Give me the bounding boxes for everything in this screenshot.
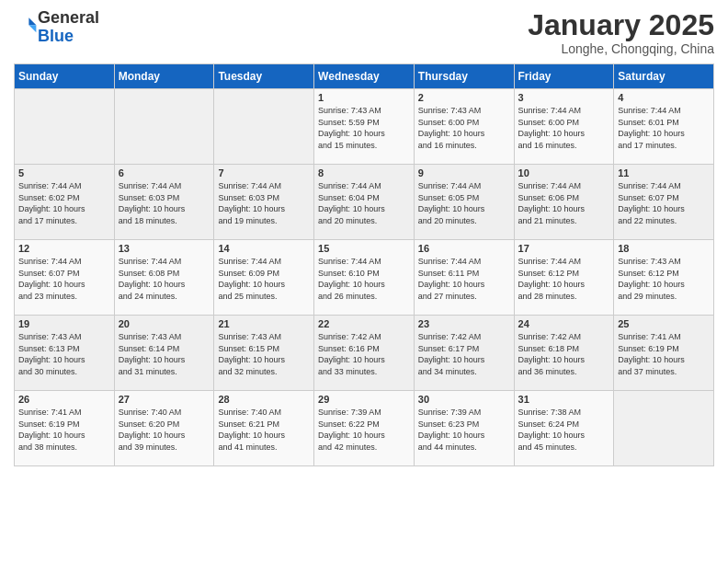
day-number: 19 <box>18 318 110 329</box>
calendar-header: Sunday Monday Tuesday Wednesday Thursday… <box>15 64 714 89</box>
day-info: Sunrise: 7:44 AM Sunset: 6:04 PM Dayligh… <box>318 180 410 226</box>
day-number: 22 <box>318 318 410 329</box>
day-info: Sunrise: 7:39 AM Sunset: 6:22 PM Dayligh… <box>318 407 410 453</box>
day-number: 3 <box>518 92 610 103</box>
day-info: Sunrise: 7:41 AM Sunset: 6:19 PM Dayligh… <box>618 331 710 377</box>
day-info: Sunrise: 7:42 AM Sunset: 6:16 PM Dayligh… <box>318 331 410 377</box>
day-info: Sunrise: 7:44 AM Sunset: 6:12 PM Dayligh… <box>518 256 610 302</box>
day-info: Sunrise: 7:43 AM Sunset: 6:12 PM Dayligh… <box>618 256 710 302</box>
day-number: 24 <box>518 318 610 329</box>
day-info: Sunrise: 7:44 AM Sunset: 6:05 PM Dayligh… <box>418 180 510 226</box>
logo-general: General <box>38 8 99 27</box>
logo-text: General Blue <box>38 9 99 46</box>
week-row-1: 5Sunrise: 7:44 AM Sunset: 6:02 PM Daylig… <box>15 165 714 240</box>
cell-week4-day0: 26Sunrise: 7:41 AM Sunset: 6:19 PM Dayli… <box>15 391 115 466</box>
day-number: 20 <box>119 318 210 329</box>
day-info: Sunrise: 7:40 AM Sunset: 6:20 PM Dayligh… <box>119 407 210 453</box>
day-info: Sunrise: 7:43 AM Sunset: 6:15 PM Dayligh… <box>218 331 310 377</box>
day-info: Sunrise: 7:39 AM Sunset: 6:23 PM Dayligh… <box>418 407 510 453</box>
cell-week0-day6: 4Sunrise: 7:44 AM Sunset: 6:01 PM Daylig… <box>614 89 714 165</box>
calendar-body: 1Sunrise: 7:43 AM Sunset: 5:59 PM Daylig… <box>15 89 714 466</box>
cell-week3-day6: 25Sunrise: 7:41 AM Sunset: 6:19 PM Dayli… <box>614 316 714 391</box>
cell-week1-day2: 7Sunrise: 7:44 AM Sunset: 6:03 PM Daylig… <box>214 165 314 240</box>
cell-week3-day3: 22Sunrise: 7:42 AM Sunset: 6:16 PM Dayli… <box>314 316 415 391</box>
logo: General Blue <box>14 9 99 46</box>
cell-week4-day5: 31Sunrise: 7:38 AM Sunset: 6:24 PM Dayli… <box>514 391 614 466</box>
day-number: 5 <box>18 167 110 178</box>
day-info: Sunrise: 7:41 AM Sunset: 6:19 PM Dayligh… <box>18 407 110 453</box>
day-number: 12 <box>18 243 110 254</box>
cell-week3-day1: 20Sunrise: 7:43 AM Sunset: 6:14 PM Dayli… <box>114 316 214 391</box>
logo-blue: Blue <box>38 27 74 45</box>
day-info: Sunrise: 7:44 AM Sunset: 6:02 PM Dayligh… <box>18 180 110 226</box>
day-number: 1 <box>318 92 410 103</box>
calendar-table: Sunday Monday Tuesday Wednesday Thursday… <box>14 63 714 466</box>
cell-week4-day4: 30Sunrise: 7:39 AM Sunset: 6:23 PM Dayli… <box>414 391 514 466</box>
cell-week0-day1 <box>114 89 214 165</box>
header-friday: Friday <box>514 64 614 89</box>
header-thursday: Thursday <box>414 64 514 89</box>
day-info: Sunrise: 7:44 AM Sunset: 6:01 PM Dayligh… <box>618 105 710 151</box>
header-wednesday: Wednesday <box>314 64 415 89</box>
header-row: Sunday Monday Tuesday Wednesday Thursday… <box>15 64 714 89</box>
day-info: Sunrise: 7:44 AM Sunset: 6:09 PM Dayligh… <box>218 256 310 302</box>
svg-marker-1 <box>28 25 36 32</box>
cell-week4-day2: 28Sunrise: 7:40 AM Sunset: 6:21 PM Dayli… <box>214 391 314 466</box>
week-row-0: 1Sunrise: 7:43 AM Sunset: 5:59 PM Daylig… <box>15 89 714 165</box>
header-monday: Monday <box>114 64 214 89</box>
day-info: Sunrise: 7:44 AM Sunset: 6:06 PM Dayligh… <box>518 180 610 226</box>
cell-week1-day5: 10Sunrise: 7:44 AM Sunset: 6:06 PM Dayli… <box>514 165 614 240</box>
day-number: 7 <box>218 167 310 178</box>
day-number: 17 <box>518 243 610 254</box>
day-info: Sunrise: 7:44 AM Sunset: 6:11 PM Dayligh… <box>418 256 510 302</box>
page: General Blue January 2025 Longhe, Chongq… <box>0 0 728 476</box>
week-row-4: 26Sunrise: 7:41 AM Sunset: 6:19 PM Dayli… <box>15 391 714 466</box>
day-info: Sunrise: 7:44 AM Sunset: 6:00 PM Dayligh… <box>518 105 610 151</box>
cell-week3-day2: 21Sunrise: 7:43 AM Sunset: 6:15 PM Dayli… <box>214 316 314 391</box>
cell-week0-day2 <box>214 89 314 165</box>
cell-week0-day4: 2Sunrise: 7:43 AM Sunset: 6:00 PM Daylig… <box>414 89 514 165</box>
cell-week2-day2: 14Sunrise: 7:44 AM Sunset: 6:09 PM Dayli… <box>214 240 314 316</box>
day-number: 31 <box>518 394 610 405</box>
day-number: 30 <box>418 394 510 405</box>
svg-marker-0 <box>28 17 36 25</box>
day-info: Sunrise: 7:42 AM Sunset: 6:17 PM Dayligh… <box>418 331 510 377</box>
day-number: 2 <box>418 92 510 103</box>
day-info: Sunrise: 7:44 AM Sunset: 6:03 PM Dayligh… <box>119 180 210 226</box>
day-number: 14 <box>218 243 310 254</box>
cell-week3-day4: 23Sunrise: 7:42 AM Sunset: 6:17 PM Dayli… <box>414 316 514 391</box>
day-info: Sunrise: 7:44 AM Sunset: 6:10 PM Dayligh… <box>318 256 410 302</box>
day-info: Sunrise: 7:43 AM Sunset: 5:59 PM Dayligh… <box>318 105 410 151</box>
cell-week1-day3: 8Sunrise: 7:44 AM Sunset: 6:04 PM Daylig… <box>314 165 415 240</box>
cell-week2-day4: 16Sunrise: 7:44 AM Sunset: 6:11 PM Dayli… <box>414 240 514 316</box>
cell-week2-day0: 12Sunrise: 7:44 AM Sunset: 6:07 PM Dayli… <box>15 240 115 316</box>
cell-week1-day0: 5Sunrise: 7:44 AM Sunset: 6:02 PM Daylig… <box>15 165 115 240</box>
day-number: 16 <box>418 243 510 254</box>
day-number: 26 <box>18 394 110 405</box>
day-number: 11 <box>618 167 710 178</box>
day-info: Sunrise: 7:40 AM Sunset: 6:21 PM Dayligh… <box>218 407 310 453</box>
cell-week2-day5: 17Sunrise: 7:44 AM Sunset: 6:12 PM Dayli… <box>514 240 614 316</box>
day-info: Sunrise: 7:44 AM Sunset: 6:03 PM Dayligh… <box>218 180 310 226</box>
day-number: 15 <box>318 243 410 254</box>
week-row-2: 12Sunrise: 7:44 AM Sunset: 6:07 PM Dayli… <box>15 240 714 316</box>
day-number: 13 <box>119 243 210 254</box>
day-info: Sunrise: 7:43 AM Sunset: 6:14 PM Dayligh… <box>119 331 210 377</box>
location: Longhe, Chongqing, China <box>528 41 714 56</box>
day-info: Sunrise: 7:38 AM Sunset: 6:24 PM Dayligh… <box>518 407 610 453</box>
cell-week1-day6: 11Sunrise: 7:44 AM Sunset: 6:07 PM Dayli… <box>614 165 714 240</box>
cell-week1-day1: 6Sunrise: 7:44 AM Sunset: 6:03 PM Daylig… <box>114 165 214 240</box>
cell-week3-day5: 24Sunrise: 7:42 AM Sunset: 6:18 PM Dayli… <box>514 316 614 391</box>
week-row-3: 19Sunrise: 7:43 AM Sunset: 6:13 PM Dayli… <box>15 316 714 391</box>
day-number: 9 <box>418 167 510 178</box>
title-block: January 2025 Longhe, Chongqing, China <box>528 9 714 56</box>
cell-week0-day5: 3Sunrise: 7:44 AM Sunset: 6:00 PM Daylig… <box>514 89 614 165</box>
day-number: 6 <box>119 167 210 178</box>
day-number: 21 <box>218 318 310 329</box>
cell-week4-day6 <box>614 391 714 466</box>
cell-week1-day4: 9Sunrise: 7:44 AM Sunset: 6:05 PM Daylig… <box>414 165 514 240</box>
day-number: 27 <box>119 394 210 405</box>
header-sunday: Sunday <box>15 64 115 89</box>
day-info: Sunrise: 7:42 AM Sunset: 6:18 PM Dayligh… <box>518 331 610 377</box>
day-number: 23 <box>418 318 510 329</box>
